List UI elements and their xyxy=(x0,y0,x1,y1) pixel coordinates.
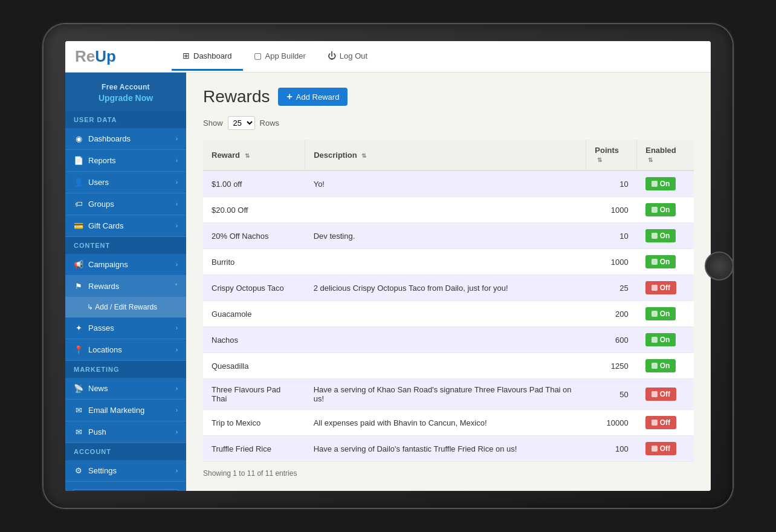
table-row: Guacamole200 On xyxy=(203,301,694,327)
reward-cell: Truffle Fried Rice xyxy=(203,436,305,462)
sidebar-item-settings[interactable]: ⚙ Settings › xyxy=(65,460,186,482)
campaigns-icon: 📢 xyxy=(74,260,83,269)
rewards-table: Reward ⇅ Description ⇅ Points ⇅ xyxy=(203,140,694,462)
rewards-icon: ⚑ xyxy=(74,282,83,291)
table-row: Quesadilla1250 On xyxy=(203,353,694,379)
tab-app-builder[interactable]: ▢ App Builder xyxy=(243,42,317,71)
reward-cell: Quesadilla xyxy=(203,353,305,379)
table-row: Nachos600 On xyxy=(203,327,694,353)
col-header-enabled[interactable]: Enabled ⇅ xyxy=(637,140,694,170)
sidebar-item-gift-cards[interactable]: 💳 Gift Cards › xyxy=(65,215,186,237)
sidebar-item-email-marketing[interactable]: ✉ Email Marketing › xyxy=(65,400,186,421)
toggle-on-button[interactable]: On xyxy=(645,255,676,268)
settings-icon: ⚙ xyxy=(74,466,83,475)
what-is-reup-button[interactable]: ℹ What is ReUp? xyxy=(73,489,179,491)
table-row: $1.00 offYo!10 On xyxy=(203,170,694,197)
sidebar-item-rewards[interactable]: ⚑ Rewards ˅ xyxy=(65,276,186,297)
upgrade-free-label: Free Account xyxy=(102,83,150,91)
col-header-reward[interactable]: Reward ⇅ xyxy=(203,140,305,170)
description-cell: All expenses paid with Bhavin to Cancun,… xyxy=(305,410,586,436)
enabled-cell: On xyxy=(637,170,694,197)
logo-up: Up xyxy=(95,47,116,65)
sidebar-item-campaigns[interactable]: 📢 Campaigns › xyxy=(65,254,186,276)
points-cell: 200 xyxy=(586,301,637,327)
enabled-cell: On xyxy=(637,197,694,223)
reward-cell: $20.00 Off xyxy=(203,197,305,223)
sort-enabled-icon: ⇅ xyxy=(648,157,653,163)
toggle-on-button[interactable]: On xyxy=(645,229,676,242)
enabled-cell: Off xyxy=(637,379,694,410)
toggle-off-button[interactable]: Off xyxy=(645,442,676,455)
sidebar-item-locations[interactable]: 📍 Locations › xyxy=(65,339,186,361)
dashboards-icon: ◉ xyxy=(74,134,83,143)
home-button[interactable] xyxy=(705,251,734,281)
tab-log-out[interactable]: ⏻ Log Out xyxy=(317,42,378,71)
reward-cell: Crispy Octopus Taco xyxy=(203,275,305,301)
col-header-points[interactable]: Points ⇅ xyxy=(586,140,637,170)
toggle-on-button[interactable]: On xyxy=(645,177,676,190)
section-header-content: CONTENT xyxy=(65,237,186,254)
points-cell: 1000 xyxy=(586,249,637,275)
upgrade-now-link[interactable]: Upgrade Now xyxy=(73,93,179,103)
reward-cell: Trip to Mexico xyxy=(203,410,305,436)
logo-area: ReUp xyxy=(75,47,172,66)
logo: ReUp xyxy=(75,47,116,66)
table-row: Truffle Fried RiceHave a serving of Dail… xyxy=(203,436,694,462)
toggle-off-button[interactable]: Off xyxy=(645,416,676,429)
passes-icon: ✦ xyxy=(74,323,83,332)
reward-cell: Three Flavours Pad Thai xyxy=(203,379,305,410)
toggle-on-button[interactable]: On xyxy=(645,359,676,372)
enabled-cell: On xyxy=(637,353,694,379)
sort-desc-icon: ⇅ xyxy=(361,152,366,159)
chevron-passes: › xyxy=(176,325,178,331)
news-icon: 📡 xyxy=(74,384,83,393)
table-row: Burrito1000 On xyxy=(203,249,694,275)
toggle-on-button[interactable]: On xyxy=(645,333,676,346)
description-cell: 2 delicious Crispy Octopus Taco from Dai… xyxy=(305,275,586,301)
points-cell: 25 xyxy=(586,275,637,301)
description-cell xyxy=(305,301,586,327)
sidebar-item-passes[interactable]: ✦ Passes › xyxy=(65,317,186,339)
table-row: 20% Off NachosDev testing.10 On xyxy=(203,223,694,249)
toggle-on-button[interactable]: On xyxy=(645,203,676,216)
logout-icon: ⏻ xyxy=(328,51,336,60)
sidebar-item-reports[interactable]: 📄 Reports › xyxy=(65,150,186,172)
description-cell xyxy=(305,353,586,379)
sidebar-item-dashboards[interactable]: ◉ Dashboards › xyxy=(65,128,186,150)
push-icon: ✉ xyxy=(74,427,83,436)
section-header-marketing: MARKETING xyxy=(65,361,186,378)
toggle-off-button[interactable]: Off xyxy=(645,281,676,294)
description-cell xyxy=(305,249,586,275)
chevron-locations: › xyxy=(176,346,178,353)
col-header-description[interactable]: Description ⇅ xyxy=(305,140,586,170)
dashboard-icon: ⊞ xyxy=(183,51,190,60)
description-cell: Dev testing. xyxy=(305,223,586,249)
sidebar-item-news[interactable]: 📡 News › xyxy=(65,378,186,400)
points-cell: 10 xyxy=(586,170,637,197)
sidebar: Free Account Upgrade Now USER DATA ◉ Das… xyxy=(65,73,186,491)
top-nav: ReUp ⊞ Dashboard ▢ App Builder ⏻ Log Out xyxy=(65,41,711,73)
description-cell: Have a serving of Dailo's fantastic Truf… xyxy=(305,436,586,462)
toggle-off-button[interactable]: Off xyxy=(645,388,676,401)
toggle-on-button[interactable]: On xyxy=(645,307,676,320)
add-reward-button[interactable]: + Add Reward xyxy=(278,88,348,106)
page-title: Rewards xyxy=(203,87,270,106)
sidebar-item-add-edit-rewards[interactable]: ↳ Add / Edit Rewards xyxy=(65,297,186,317)
enabled-cell: Off xyxy=(637,275,694,301)
sidebar-item-groups[interactable]: 🏷 Groups › xyxy=(65,193,186,215)
enabled-cell: On xyxy=(637,301,694,327)
reward-cell: Nachos xyxy=(203,327,305,353)
chevron-email-marketing: › xyxy=(176,407,178,414)
table-row: $20.00 Off1000 On xyxy=(203,197,694,223)
enabled-cell: Off xyxy=(637,410,694,436)
sidebar-item-users[interactable]: 👤 Users › xyxy=(65,172,186,193)
reward-cell: 20% Off Nachos xyxy=(203,223,305,249)
chevron-campaigns: › xyxy=(176,261,178,268)
sidebar-item-push[interactable]: ✉ Push › xyxy=(65,421,186,443)
rows-per-page-select[interactable]: 25 10 50 xyxy=(228,116,255,130)
tab-dashboard[interactable]: ⊞ Dashboard xyxy=(172,42,243,71)
reports-icon: 📄 xyxy=(74,156,83,165)
description-cell xyxy=(305,197,586,223)
description-cell: Have a serving of Khao San Road's signat… xyxy=(305,379,586,410)
email-marketing-icon: ✉ xyxy=(74,406,83,415)
